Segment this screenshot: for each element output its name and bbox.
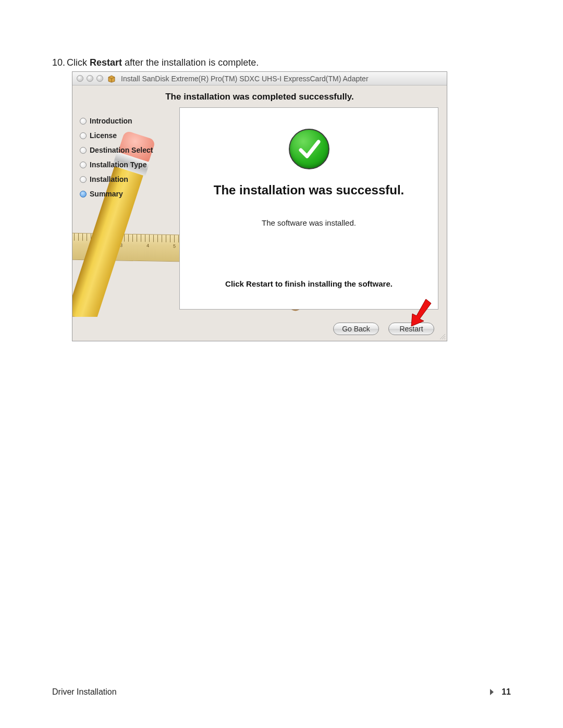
step-introduction: Introduction: [80, 117, 175, 125]
bullet-icon: [80, 147, 87, 154]
step-installation-type: Installation Type: [80, 161, 175, 169]
svg-marker-5: [411, 299, 431, 326]
step-summary: Summary: [80, 190, 175, 198]
installer-window: Install SanDisk Extreme(R) Pro(TM) SDXC …: [72, 71, 447, 341]
success-heading: The installation was successful.: [214, 183, 404, 198]
page-number: 11: [501, 687, 511, 697]
instruction-text-pre: Click: [67, 57, 90, 68]
zoom-traffic-light[interactable]: [96, 75, 103, 82]
installer-columns: 12345678910 Introduction License Destina: [72, 107, 447, 317]
success-subtext: The software was installed.: [262, 218, 356, 227]
page-arrow-icon: [489, 688, 494, 696]
document-page: 10.Click Restart after the installation …: [0, 0, 563, 728]
bullet-icon: [80, 176, 87, 183]
step-installation: Installation: [80, 175, 175, 183]
bullet-icon: [80, 132, 87, 139]
window-title: Install SanDisk Extreme(R) Pro(TM) SDXC …: [121, 75, 369, 83]
installer-body: The installation was completed successfu…: [72, 85, 447, 341]
window-titlebar: Install SanDisk Extreme(R) Pro(TM) SDXC …: [72, 72, 447, 85]
button-row: Go Back Restart: [72, 317, 447, 341]
package-icon: [107, 75, 116, 83]
step-label: Installation: [90, 175, 128, 183]
success-checkmark-icon: [289, 129, 329, 169]
page-footer: Driver Installation 11: [52, 687, 511, 697]
minimize-traffic-light[interactable]: [87, 75, 93, 82]
bullet-icon: [80, 162, 87, 168]
instruction-bold: Restart: [90, 57, 122, 68]
svg-marker-6: [490, 689, 494, 695]
step-destination-select: Destination Select: [80, 146, 175, 154]
footer-section-title: Driver Installation: [52, 687, 117, 697]
close-traffic-light[interactable]: [77, 75, 83, 82]
steps-sidebar: Introduction License Destination Select …: [72, 107, 179, 317]
bullet-icon: [80, 118, 87, 125]
step-label: Installation Type: [90, 161, 146, 169]
go-back-button[interactable]: Go Back: [333, 323, 379, 335]
installer-header: The installation was completed successfu…: [72, 85, 447, 107]
step-label: Destination Select: [90, 146, 153, 154]
instruction-text-post: after the installation is complete.: [122, 57, 259, 68]
red-arrow-annotation: [406, 298, 432, 327]
step-number: 10.: [52, 57, 67, 68]
step-instruction: 10.Click Restart after the installation …: [52, 57, 511, 68]
step-label: License: [90, 131, 117, 140]
step-license: License: [80, 131, 175, 140]
restart-hint: Click Restart to finish installing the s…: [225, 279, 393, 288]
bullet-current-icon: [80, 191, 87, 198]
step-label: Introduction: [90, 117, 132, 125]
content-pane: The installation was successful. The sof…: [179, 107, 438, 310]
step-label: Summary: [90, 190, 123, 198]
